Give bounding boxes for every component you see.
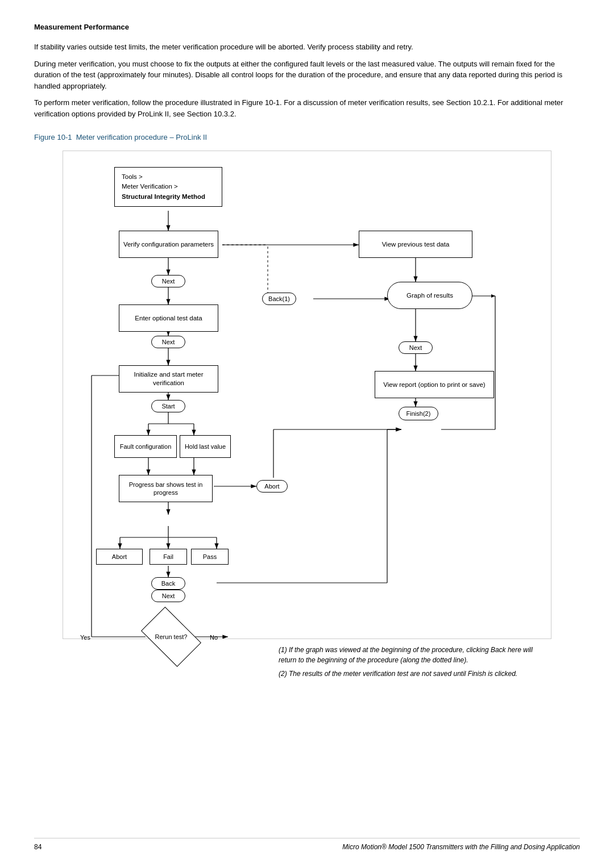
- back2-button[interactable]: Back: [151, 577, 185, 590]
- tool-line2: Meter Verification >: [122, 182, 215, 191]
- view-report-box: View report (option to print or save): [375, 371, 494, 398]
- brand-text: Micro Motion® Model 1500 Transmitters wi…: [342, 843, 580, 851]
- fault-config-box: Fault configuration: [114, 435, 177, 458]
- progress-bar-box: Progress bar shows test in progress: [119, 475, 213, 502]
- note-1: (1) If the graph was viewed at the begin…: [267, 645, 551, 665]
- tool-box: Tools > Meter Verification > Structural …: [114, 167, 222, 207]
- figure-title: Figure 10-1 Meter verification procedure…: [34, 133, 580, 141]
- tool-line3: Structural Integrity Method: [122, 192, 215, 202]
- next4-button[interactable]: Next: [151, 590, 185, 602]
- paragraph-2: During meter verification, you must choo…: [34, 59, 580, 92]
- paragraph-3: To perform meter verification, follow th…: [34, 97, 580, 119]
- note-2: (2) The results of the meter verificatio…: [267, 669, 551, 679]
- start-button[interactable]: Start: [151, 400, 185, 412]
- next2-button[interactable]: Next: [151, 336, 185, 348]
- no-label: No: [210, 634, 218, 641]
- verify-config-box: Verify configuration parameters: [119, 231, 218, 258]
- yes-label: Yes: [80, 634, 90, 641]
- graph-box: Graph of results: [387, 282, 472, 309]
- flowchart-container: Tools > Meter Verification > Structural …: [63, 151, 551, 639]
- next3-button[interactable]: Next: [399, 341, 433, 354]
- section-heading: Measurement Performance: [34, 23, 580, 31]
- tool-line1: Tools >: [122, 172, 215, 182]
- rerun-diamond-wrap: Rerun test?: [137, 617, 205, 657]
- back1-button[interactable]: Back(1): [262, 293, 296, 305]
- rerun-text: Rerun test?: [155, 633, 188, 641]
- page-footer: 84 Micro Motion® Model 1500 Transmitters…: [34, 838, 580, 851]
- abort1-button[interactable]: Abort: [256, 480, 288, 493]
- abort2-box: Abort: [96, 549, 143, 565]
- paragraph-1: If stability varies outside test limits,…: [34, 41, 580, 53]
- fail-box: Fail: [150, 549, 187, 565]
- hold-last-box: Hold last value: [180, 435, 231, 458]
- page-number: 84: [34, 843, 42, 851]
- next1-button[interactable]: Next: [151, 275, 185, 287]
- notes-section: (1) If the graph was viewed at the begin…: [63, 645, 551, 679]
- view-previous-box: View previous test data: [359, 231, 472, 258]
- enter-optional-box: Enter optional test data: [119, 304, 218, 332]
- initialize-box: Initialize and start meter verification: [119, 365, 218, 393]
- finish-button[interactable]: Finish(2): [399, 407, 438, 420]
- pass-box: Pass: [191, 549, 229, 565]
